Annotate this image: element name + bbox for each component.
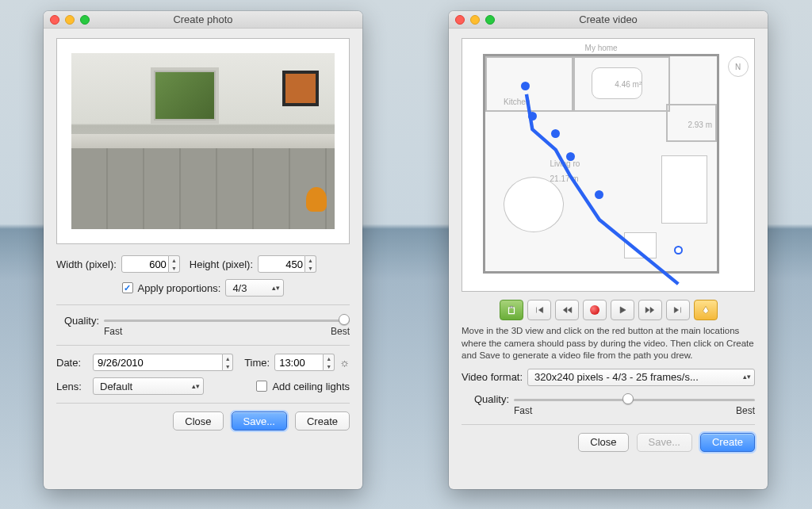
ceiling-lights-label: Add ceiling lights bbox=[272, 381, 350, 392]
instruction-text: Move in the 3D view and click on the red… bbox=[462, 325, 755, 362]
ceiling-lights-checkbox[interactable] bbox=[256, 381, 267, 392]
titlebar[interactable]: Create video bbox=[449, 11, 768, 29]
quality-slider[interactable] bbox=[514, 392, 755, 407]
time-input[interactable]: ▲▼ bbox=[274, 354, 335, 371]
skip-start-button[interactable] bbox=[527, 300, 551, 320]
date-stepper[interactable]: ▲▼ bbox=[223, 354, 233, 371]
lens-label: Lens: bbox=[56, 381, 88, 392]
create-video-window: Create video My home Kitchen 4.46 m² 2.9… bbox=[449, 11, 768, 489]
height-stepper[interactable]: ▲▼ bbox=[305, 255, 316, 273]
format-label: Video format: bbox=[462, 371, 523, 383]
aspect-ratio-select[interactable]: 4/3 ▴▾ bbox=[225, 279, 284, 297]
video-format-select[interactable]: 320x240 pixels - 4/3 - 25 frames/s... ▴▾ bbox=[527, 369, 755, 386]
record-button[interactable] bbox=[583, 300, 607, 320]
save-button[interactable]: Save... bbox=[637, 433, 692, 452]
lens-select[interactable]: Default ▴▾ bbox=[93, 377, 204, 395]
window-title: Create photo bbox=[44, 13, 362, 25]
chevron-updown-icon: ▴▾ bbox=[743, 373, 751, 381]
date-label: Date: bbox=[56, 357, 88, 369]
date-field[interactable] bbox=[93, 354, 223, 371]
plan-title: My home bbox=[585, 44, 618, 52]
floor-plan: My home Kitchen 4.46 m² 2.93 m Living ro… bbox=[462, 39, 754, 291]
quality-label: Quality: bbox=[462, 393, 509, 405]
chevron-updown-icon: ▴▾ bbox=[272, 285, 280, 292]
create-button[interactable]: Create bbox=[700, 433, 755, 452]
date-input[interactable]: ▲▼ bbox=[93, 354, 233, 371]
quality-fast-label: Fast bbox=[514, 405, 532, 416]
apply-proportions-checkbox[interactable] bbox=[122, 282, 133, 293]
time-label: Time: bbox=[244, 357, 270, 369]
width-label: Width (pixel): bbox=[56, 258, 117, 270]
sun-icon[interactable]: ☼ bbox=[339, 356, 350, 369]
width-field[interactable] bbox=[121, 255, 169, 273]
delete-path-button[interactable] bbox=[500, 300, 523, 320]
quality-label: Quality: bbox=[56, 315, 99, 327]
seek-back-button[interactable] bbox=[555, 300, 579, 320]
seek-forward-button[interactable] bbox=[638, 300, 662, 320]
compass-icon: N bbox=[728, 56, 749, 77]
titlebar[interactable]: Create photo bbox=[44, 11, 362, 29]
width-stepper[interactable]: ▲▼ bbox=[169, 255, 180, 273]
create-photo-window: Create photo Width (pixel): ▲▼ Height (p… bbox=[44, 11, 362, 489]
width-input[interactable]: ▲▼ bbox=[121, 255, 180, 273]
time-field[interactable] bbox=[274, 354, 324, 371]
height-label: Height (pixel): bbox=[190, 258, 253, 270]
play-button[interactable] bbox=[611, 300, 634, 320]
apply-proportions-label: Apply proportions: bbox=[138, 282, 221, 294]
quality-fast-label: Fast bbox=[104, 326, 122, 337]
chevron-updown-icon: ▴▾ bbox=[192, 383, 200, 390]
kitchen-render-placeholder bbox=[71, 53, 335, 229]
quality-best-label: Best bbox=[736, 405, 755, 416]
window-title: Create video bbox=[449, 13, 768, 25]
time-stepper[interactable]: ▲▼ bbox=[324, 354, 335, 371]
skip-end-button[interactable] bbox=[666, 300, 690, 320]
photo-preview bbox=[56, 38, 350, 244]
height-input[interactable]: ▲▼ bbox=[258, 255, 316, 273]
save-button[interactable]: Save... bbox=[232, 411, 287, 431]
create-button[interactable]: Create bbox=[295, 411, 350, 431]
close-button[interactable]: Close bbox=[578, 433, 628, 452]
close-button[interactable]: Close bbox=[173, 411, 223, 431]
height-field[interactable] bbox=[258, 255, 305, 273]
quality-slider[interactable] bbox=[104, 313, 350, 327]
clear-button[interactable] bbox=[694, 300, 718, 320]
video-plan-preview[interactable]: My home Kitchen 4.46 m² 2.93 m Living ro… bbox=[462, 38, 755, 292]
quality-best-label: Best bbox=[331, 326, 350, 337]
